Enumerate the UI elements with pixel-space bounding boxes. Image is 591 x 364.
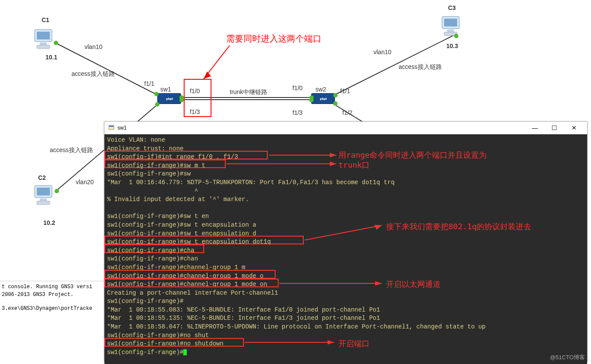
term-line: % Invalid input detected at '^' marker. [107,196,249,203]
svg-marker-28 [374,225,382,230]
svg-rect-22 [109,127,114,129]
label-access-lt: access接入链路 [71,70,115,78]
svg-rect-13 [37,188,50,195]
term-line: sw1(config-if-range)#sw t encapsulation … [107,238,271,245]
anno-noshut: 开启端口 [338,338,370,349]
term-line: sw1(config-if-range)#sw t en [107,213,209,220]
label-f10-right: f1/0 [292,84,302,91]
switch-sw2-icon [311,93,335,104]
label-vlan10-right: vlan10 [373,49,391,55]
label-f12-right: f1/2 [342,109,352,116]
link-dot [454,34,458,38]
close-button[interactable]: ✕ [564,122,584,134]
label-f10-box: f1/0 [190,88,200,94]
switch-sw1-icon [157,93,181,104]
pc-c3-ip: 10.3 [446,42,458,49]
svg-rect-10 [40,42,47,45]
label-f13-box: f1/3 [190,108,200,115]
link-dot [55,189,59,193]
svg-rect-21 [109,126,114,127]
term-line: Voice VLAN: none [107,136,165,143]
term-line: sw1(config-if-range)#no shut [107,332,209,339]
anno-range: 用range命令同时进入两个端口并且设置为trunk口 [338,150,499,170]
gns3-console-fragment: t console. Running GNS3 versi 2006-2013 … [0,281,104,314]
label-vlan10-left: vlan10 [84,43,102,50]
switch-sw2-label: sw2 [315,86,326,93]
svg-marker-7 [204,72,211,79]
pc-c3-icon [438,13,464,39]
pc-c1-label: C1 [42,16,49,23]
anno-encap: 接下来我们需要把802.1q的协议封装进去 [386,221,531,232]
console-line: 3.exe\GNS3\Dynagen\portTracke [2,305,102,312]
term-line: *Mar 1 00:18:58.047: %LINEPROTO-5-UPDOWN… [107,323,486,330]
label-f11-right: f1/1 [340,88,350,94]
svg-rect-18 [447,29,454,32]
term-line: sw1(config-if-range)#cha [107,247,195,254]
console-line: t console. Running GNS3 versi [2,283,102,291]
topology-annotation: 需要同时进入这两个端口 [226,33,321,45]
label-access-r: access接入链路 [399,63,442,71]
label-vlan20: vlan20 [76,179,94,185]
pc-c2-icon [30,182,56,208]
label-f11-left: f1/1 [144,80,154,87]
term-line: sw1(config-if-range)#no shutdown [107,340,224,347]
maximize-button[interactable]: ☐ [545,122,564,134]
putty-icon [108,124,115,131]
console-line: 2006-2013 GNS3 Project. [2,291,102,299]
label-trunk: trunk中继链路 [230,88,267,96]
term-line: sw1(config-if-range)#sw [107,170,191,177]
link-dot [333,93,338,98]
link-dot [179,98,184,102]
link-dot [155,102,159,107]
svg-marker-32 [328,340,334,344]
svg-line-27 [305,225,382,240]
term-line: sw1(config-if-range)#channel-group 1 mod… [107,273,263,280]
svg-rect-11 [37,45,50,49]
minimize-button[interactable]: — [525,122,545,134]
svg-line-0 [56,43,158,95]
svg-marker-26 [330,162,336,166]
terminal-window: sw1 — ☐ ✕ Voice VLAN: none Appliance tru… [104,121,588,362]
label-access-lb: access接入链路 [50,146,93,154]
svg-rect-17 [444,19,457,26]
term-line: *Mar 1 00:18:55.083: %EC-5-BUNDLE: Inter… [107,306,380,313]
label-f13-right: f1/3 [292,109,302,116]
term-line: *Mar 1 00:16:46.779: %DTP-5-TRUNKPORTON:… [107,179,395,186]
pc-c2-ip: 10.2 [43,219,55,226]
svg-marker-30 [375,281,382,286]
term-line: sw1(config-if)#int range f1/0 , f1/3 [107,153,238,160]
term-line: sw1(config-if-range)# [107,349,183,356]
term-line: Creating a port-channel interface Port-c… [107,289,278,296]
term-line: sw1(config-if-range)#channel-group 1 mod… [107,281,267,288]
svg-rect-9 [37,32,50,39]
window-title: sw1 [117,125,127,131]
link-dot [54,41,58,45]
pc-c1-icon [30,26,56,52]
term-line: Appliance trust: none [107,145,183,152]
switch-sw1-label: sw1 [160,86,171,93]
anno-etherchannel: 开启以太网通道 [386,279,441,289]
terminal-body[interactable]: Voice VLAN: none Appliance trust: none s… [104,134,587,364]
term-line: *Mar 1 00:18:55.135: %EC-5-BUNDLE: Inter… [107,315,380,322]
term-line: sw1(config-if-range)#sw t encapsulation … [107,230,256,237]
svg-rect-15 [37,201,50,205]
pc-c1-ip: 10.1 [45,54,57,61]
link-dot [309,98,314,102]
term-line: sw1(config-if-range)#sw t encapsulation … [107,221,256,228]
term-line: sw1(config-if-range)#channel-group 1 m [107,264,245,271]
svg-rect-14 [40,198,47,201]
pc-c2-label: C2 [38,174,46,181]
window-titlebar[interactable]: sw1 — ☐ ✕ [104,122,587,134]
svg-marker-24 [330,153,336,157]
pc-c3-label: C3 [448,4,456,11]
term-line: ^ [107,188,198,195]
svg-line-6 [204,46,230,79]
term-line: sw1(config-if-range)#sw m t [107,162,205,169]
link-dot [333,101,338,106]
network-topology: C1 10.1 C2 10.2 C3 10.3 sw1 sw2 vlan10 v… [0,0,591,139]
watermark: @51CTO博客 [550,354,585,361]
terminal-cursor [183,349,187,355]
term-line: sw1(config-if-range)#chan [107,255,198,262]
term-line: sw1(config-if-range)# [107,298,183,305]
link-dot [154,92,159,96]
